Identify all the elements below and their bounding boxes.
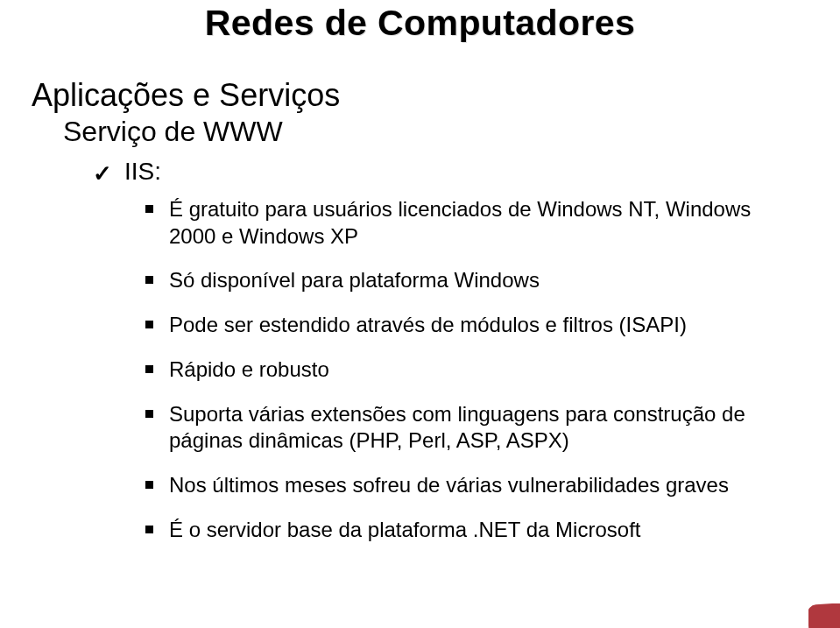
list-item-text: Rápido e robusto — [169, 356, 794, 384]
list-item-text: É o servidor base da plataforma .NET da … — [169, 517, 794, 544]
list-item-text: Nos últimos meses sofreu de várias vulne… — [169, 472, 794, 499]
square-bullet-icon — [145, 365, 153, 373]
list-item: Suporta várias extensões com linguagens … — [145, 401, 794, 455]
square-bullet-icon — [145, 205, 153, 213]
slide-subsubtitle: Serviço de WWW — [63, 116, 283, 148]
checklist-item: ✓ IIS: — [93, 158, 161, 186]
square-bullet-icon — [145, 481, 153, 489]
list-item-text: É gratuito para usuários licenciados de … — [169, 196, 794, 250]
slide-subtitle: Aplicações e Serviços — [32, 77, 340, 114]
list-item: É o servidor base da plataforma .NET da … — [145, 517, 794, 544]
corner-accent-icon — [808, 603, 840, 628]
square-bullet-icon — [145, 410, 153, 418]
checklist-label: IIS: — [124, 158, 161, 186]
square-bullet-icon — [145, 321, 153, 328]
square-bullet-icon — [145, 526, 153, 533]
list-item: Rápido e robusto — [145, 356, 794, 384]
list-item-text: Suporta várias extensões com linguagens … — [169, 401, 794, 455]
detail-list: É gratuito para usuários licenciados de … — [145, 196, 794, 561]
list-item-text: Pode ser estendido através de módulos e … — [169, 312, 794, 339]
list-item-text: Só disponível para plataforma Windows — [169, 267, 794, 294]
list-item: Pode ser estendido através de módulos e … — [145, 312, 794, 339]
slide: Redes de Computadores Aplicações e Servi… — [0, 0, 840, 628]
list-item: Nos últimos meses sofreu de várias vulne… — [145, 472, 794, 499]
square-bullet-icon — [145, 276, 153, 284]
list-item: É gratuito para usuários licenciados de … — [145, 196, 794, 250]
slide-title: Redes de Computadores — [0, 3, 840, 44]
check-icon: ✓ — [93, 160, 112, 187]
list-item: Só disponível para plataforma Windows — [145, 267, 794, 294]
